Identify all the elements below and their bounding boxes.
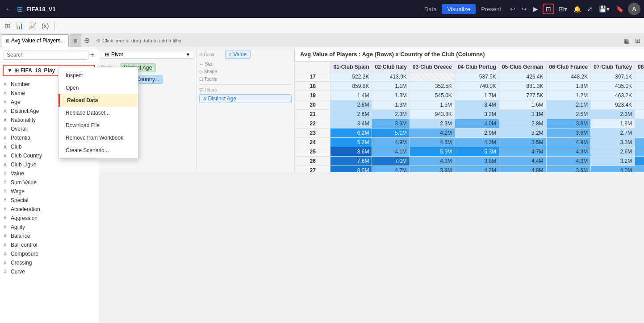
data-cell: 713.8K <box>635 91 644 100</box>
filters-label: Filters <box>205 87 217 92</box>
formula-icon[interactable]: (x) <box>40 21 50 31</box>
sidebar-item-agility[interactable]: # Agility <box>0 223 98 232</box>
context-menu-download[interactable]: Download File <box>59 119 138 132</box>
back-button[interactable]: ← <box>4 4 13 14</box>
dataset-icon: ⊞ <box>14 67 19 74</box>
resize-button[interactable]: ⤢ <box>585 4 594 14</box>
item-label-ball-control: Ball control <box>11 242 37 248</box>
sidebar-item-value[interactable]: # Value <box>0 169 98 178</box>
data-table: 01-Club Spain 02-Club Italy 03-Club Gree… <box>295 62 644 172</box>
color-label: ⊙ Color <box>199 52 222 57</box>
redo-button[interactable]: ↪ <box>520 4 529 14</box>
nav-present[interactable]: Present <box>477 4 505 14</box>
avatar[interactable]: A <box>628 3 640 15</box>
sidebar-item-balance[interactable]: # Balance <box>0 232 98 240</box>
table-row: 212.6M2.3M943.8K3.2M3.1M2.5M2.3M1.7M2.2M… <box>295 110 644 119</box>
tab-bar: ⊞ Avg Value of Players... ⊞ ⊕ ⊕ Click he… <box>0 34 644 47</box>
shape-row: ◇ Shape <box>199 69 292 74</box>
item-label-crossing: Crossing <box>11 260 32 266</box>
sidebar-item-composure[interactable]: # Composure <box>0 249 98 258</box>
pivot-chevron: ▾ <box>187 51 189 58</box>
size-row: ↔ Size <box>199 62 292 66</box>
type-icon-acceleration: # <box>4 207 9 212</box>
data-cell: 5.9M <box>410 147 455 157</box>
filter-edit-button[interactable]: ▦ <box>622 35 631 46</box>
sidebar-item-wage[interactable]: # Wage <box>0 187 98 196</box>
sidebar-item-ball-control[interactable]: # Ball control <box>0 240 98 249</box>
type-icon-club: A <box>4 145 9 149</box>
age-cell: 22 <box>295 119 330 128</box>
data-cell: 3.6M <box>546 119 591 128</box>
context-menu-remove[interactable]: Remove from Workbook <box>59 132 138 144</box>
sidebar-item-aggression[interactable]: # Aggression <box>0 214 98 223</box>
sidebar-item-special[interactable]: # Special <box>0 196 98 205</box>
data-area[interactable]: 01-Club Spain 02-Club Italy 03-Club Gree… <box>295 62 644 172</box>
search-input[interactable] <box>4 50 88 60</box>
nav-visualize[interactable]: Visualize <box>442 4 476 14</box>
data-cell: 4.7M <box>372 166 410 173</box>
data-cell: 1.4M <box>330 91 372 100</box>
filter-pill-0[interactable]: A Distinct Age <box>199 94 292 103</box>
data-cell: 943.8K <box>410 110 455 119</box>
type-icon-balance: # <box>4 234 9 239</box>
top-bar-actions: ↩ ↪ ▶ ⊡ ⊞▾ 🔔 ⤢ 💾▾ 🔖 A <box>508 3 640 15</box>
context-menu-inspect[interactable]: Inspect <box>59 69 138 82</box>
grid-icon[interactable]: ⊞ <box>4 21 12 31</box>
context-menu-open[interactable]: Open <box>59 82 138 94</box>
type-icon-sum-value: # <box>4 180 9 185</box>
bookmark-button[interactable]: 🔖 <box>614 4 625 14</box>
data-cell: 3.5M <box>499 138 546 147</box>
save-button[interactable]: 💾▾ <box>597 4 611 14</box>
sidebar-item-club-ligue[interactable]: A Club Ligue <box>0 160 98 169</box>
data-cell: 463.2K <box>591 91 635 100</box>
context-menu-wrapper: Inspect Open Reload Data Replace Dataset… <box>58 67 138 159</box>
tooltip-row: ☐ Tooltip <box>199 77 292 82</box>
table-row: 236.2M5.1M4.2M2.9M3.2M3.6M2.7M2.9M2.4M6.… <box>295 128 644 138</box>
bell-button[interactable]: 🔔 <box>572 4 583 14</box>
undo-button[interactable]: ↩ <box>508 4 517 14</box>
sidebar-item-acceleration[interactable]: # Acceleration <box>0 205 98 214</box>
age-cell: 26 <box>295 157 330 166</box>
item-label-overall: Overall <box>11 126 28 132</box>
play-button[interactable]: ▶ <box>531 4 540 14</box>
context-menu-scenario[interactable]: Create Scenario... <box>59 144 138 157</box>
age-cell: 25 <box>295 147 330 157</box>
data-cell: 1.3M <box>372 100 410 110</box>
sidebar-item-sum-value[interactable]: # Sum Value <box>0 178 98 187</box>
sidebar-item-curve[interactable]: # Curve <box>0 267 98 276</box>
top-bar-left: ← ⊞ FIFA18_V1 <box>4 4 417 14</box>
filter-funnel-icon: ▽ <box>199 87 203 92</box>
bar-chart-icon[interactable]: 📊 <box>14 21 25 31</box>
filter-header: ▽ Filters <box>199 87 292 92</box>
age-cell: 18 <box>295 82 330 91</box>
line-chart-icon[interactable]: 📈 <box>27 21 38 31</box>
age-cell: 24 <box>295 138 330 147</box>
data-cell: 1.7M <box>635 110 644 119</box>
color-row: ⊙ Color # Value <box>199 50 292 59</box>
data-cell: 3.6M <box>372 119 410 128</box>
age-cell: 27 <box>295 166 330 173</box>
data-cell: 448.2K <box>546 72 591 82</box>
data-cell: 2.8M <box>499 119 546 128</box>
search-add-button[interactable]: + <box>90 51 94 59</box>
data-cell: 5.3M <box>455 147 499 157</box>
color-pill[interactable]: # Value <box>225 50 251 59</box>
tab-0[interactable]: ⊞ Avg Value of Players... <box>2 34 69 47</box>
dataset-arrow: ▼ <box>7 67 13 74</box>
nav-data[interactable]: Data <box>421 4 440 14</box>
data-cell: 1.1M <box>635 100 644 110</box>
context-menu-replace[interactable]: Replace Dataset... <box>59 107 138 119</box>
filter-settings-button[interactable]: ⊞ <box>633 35 642 46</box>
data-cell: 4.4M <box>499 157 546 166</box>
sidebar-item-crossing[interactable]: # Crossing <box>0 258 98 267</box>
item-label-potential: Potential <box>11 135 32 141</box>
filter-pill-label-0: Distinct Age <box>208 95 236 102</box>
context-menu-reload[interactable]: Reload Data <box>59 94 138 107</box>
col-header-5: 06-Club France <box>546 62 591 72</box>
layout-button[interactable]: ⊡ <box>543 4 554 14</box>
show-me-button[interactable]: ⊞▾ <box>557 4 569 14</box>
tab-add-button[interactable]: ⊕ <box>82 36 92 45</box>
pivot-dropdown[interactable]: ⊞ Pivot ▾ <box>101 50 193 59</box>
filter-text[interactable]: Click here or drag data to add a filter <box>102 38 182 43</box>
tab-1[interactable]: ⊞ <box>70 34 81 47</box>
